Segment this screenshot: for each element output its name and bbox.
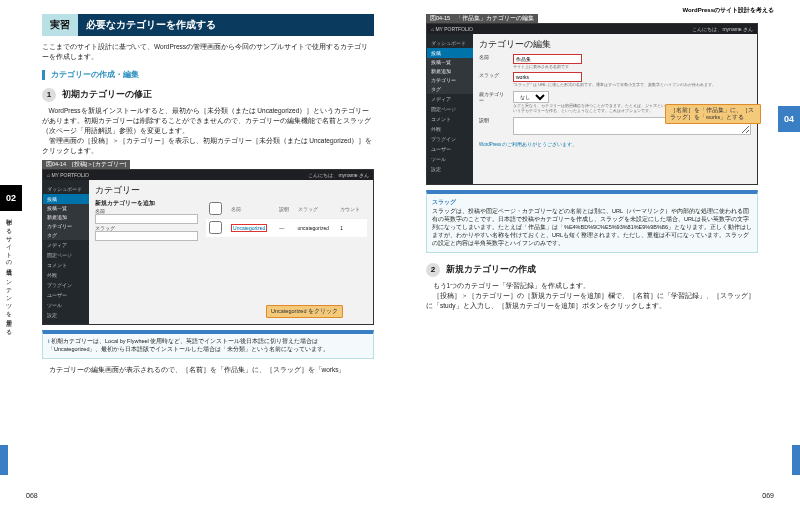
- wp-sidebar-b: ダッシュボード 投稿 投稿一覧 新規追加 カテゴリー タグ メディア 固定ページ…: [427, 34, 473, 184]
- figure-a-label: 図04-14 [投稿]＞[カテゴリー]: [42, 160, 130, 169]
- wp-menu-comments[interactable]: コメント: [43, 260, 89, 270]
- wp-menu-appearance[interactable]: 外観: [43, 270, 89, 280]
- wp-submenu-tag-b[interactable]: タグ: [427, 85, 473, 94]
- wp-col-count: カウント: [337, 200, 367, 219]
- wp-edit-heading: カテゴリーの編集: [479, 38, 751, 51]
- wp-main-heading: カテゴリー: [95, 184, 367, 197]
- step-1-body-1: WordPressを新規インストールすると、最初から［未分類（または Uncat…: [42, 106, 374, 136]
- wp-menu-settings[interactable]: 設定: [43, 310, 89, 320]
- wp-form-slug-label: スラッグ: [479, 72, 507, 78]
- wp-screenshot-a: ⌂ MY PORTFOLIO こんにちは、myname さん ダッシュボード 投…: [42, 169, 374, 325]
- intro-text: ここまでのサイト設計に基づいて、WordPressの管理画面から今回のサンプルサ…: [42, 42, 374, 62]
- wp-form-name-label: 名前: [479, 54, 507, 60]
- note-a-text: 初期カテゴリーは、Local by Flywheel 使用時など、英語でインスト…: [48, 338, 329, 352]
- after-shot-a: カテゴリーの編集画面が表示されるので、［名前］を「作品集」に、［スラッグ］を「w…: [42, 365, 374, 375]
- wp-submenu-category[interactable]: カテゴリー: [43, 222, 89, 231]
- callout-name-slug: ［名前］を「作品集」に、［スラッグ］を「works」とする: [665, 104, 761, 124]
- figure-b: 図04-15 「作品集」カテゴリーの編集 ⌂ MY PORTFOLIO こんにち…: [426, 14, 758, 185]
- wp-form-parent-select[interactable]: なし: [513, 91, 549, 103]
- left-page: 02 制作するサイトの構成・コンテンツを用意する 068 実習 必要なカテゴリー…: [0, 0, 400, 505]
- wp-form-name-hint: サイト上に表示される名前です: [513, 64, 751, 69]
- wp-col-slug: スラッグ: [295, 200, 338, 219]
- wp-menu-pages[interactable]: 固定ページ: [43, 250, 89, 260]
- wp-menu-settings-b[interactable]: 設定: [427, 164, 473, 174]
- side-vertical-title: 制作するサイトの構成・コンテンツを用意する: [4, 214, 13, 333]
- wp-submenu-new[interactable]: 新規追加: [43, 213, 89, 222]
- callout-click-uncategorized: Uncategorized をクリック: [266, 305, 343, 318]
- wp-screenshot-b: ⌂ MY PORTFOLIO こんにちは、myname さん ダッシュボード 投…: [426, 23, 758, 185]
- wp-menu-media[interactable]: メディア: [43, 240, 89, 250]
- blue-mark-left: [0, 445, 8, 475]
- wp-menu-posts[interactable]: 投稿: [43, 194, 89, 204]
- wp-submenu-tag[interactable]: タグ: [43, 231, 89, 240]
- wp-submenu-list-b[interactable]: 投稿一覧: [427, 58, 473, 67]
- wp-table-row[interactable]: Uncategorized — uncategorized 1: [206, 218, 367, 237]
- wp-row-slug: uncategorized: [295, 218, 338, 237]
- wp-menu-plugins[interactable]: プラグイン: [43, 280, 89, 290]
- figure-a: 図04-14 [投稿]＞[カテゴリー] ⌂ MY PORTFOLIO こんにちは…: [42, 160, 374, 325]
- wp-menu-comments-b[interactable]: コメント: [427, 114, 473, 124]
- wp-sidebar: ダッシュボード 投稿 投稿一覧 新規追加 カテゴリー タグ メディア 固定ページ…: [43, 180, 89, 324]
- wp-menu-tools-b[interactable]: ツール: [427, 154, 473, 164]
- wp-menu-posts-b[interactable]: 投稿: [427, 48, 473, 58]
- wp-topbar-right-b: こんにちは、myname さん: [692, 26, 753, 32]
- wp-form-name-input[interactable]: [513, 54, 582, 64]
- wp-category-table: 名前 説明 スラッグ カウント Uncategorized —: [206, 200, 367, 237]
- wp-menu-media-b[interactable]: メディア: [427, 94, 473, 104]
- slug-explainer-title: スラッグ: [432, 198, 752, 207]
- wp-footer: WordPress のご利用ありがとうございます。: [479, 142, 751, 147]
- chapter-tab-right: 04: [778, 106, 800, 132]
- wp-newcat-label: 新規カテゴリーを追加: [95, 200, 198, 207]
- step-number-1: 1: [42, 88, 56, 102]
- wp-table-checkall[interactable]: [209, 202, 222, 215]
- wp-row-name[interactable]: Uncategorized: [231, 224, 267, 232]
- wp-col-name: 名前: [228, 200, 276, 219]
- wp-form-parent-label: 親カテゴリー: [479, 91, 507, 103]
- wp-menu-appearance-b[interactable]: 外観: [427, 124, 473, 134]
- practice-heading: 実習 必要なカテゴリーを作成する: [42, 14, 374, 36]
- wp-topbar-left-b: ⌂ MY PORTFOLIO: [431, 26, 473, 32]
- step-2-title: 新規カテゴリーの作成: [446, 264, 536, 276]
- step-number-2: 2: [426, 263, 440, 277]
- right-page: WordPressのサイト設計を考える 04 069 図04-15 「作品集」カ…: [400, 0, 800, 505]
- wp-row-count: 1: [337, 218, 367, 237]
- wp-submenu-new-b[interactable]: 新規追加: [427, 67, 473, 76]
- step-2-heading: 2 新規カテゴリーの作成: [426, 263, 758, 277]
- wp-form-slug-hint: "スラッグ" は URL に適した形式の名前です。通常はすべて半角小文字で、英数…: [513, 82, 751, 87]
- note-a: i 初期カテゴリーは、Local by Flywheel 使用時など、英語でイン…: [42, 330, 374, 359]
- wp-col-desc: 説明: [276, 200, 294, 219]
- wp-form-desc-label: 説明: [479, 117, 507, 123]
- wp-submenu-list[interactable]: 投稿一覧: [43, 204, 89, 213]
- step-1-title: 初期カテゴリーの修正: [62, 89, 152, 101]
- wp-form-slug-input[interactable]: [513, 72, 582, 82]
- wp-menu-users[interactable]: ユーザー: [43, 290, 89, 300]
- wp-menu-plugins-b[interactable]: プラグイン: [427, 134, 473, 144]
- running-head: WordPressのサイト設計を考える: [682, 6, 774, 15]
- wp-newcat-slug-input[interactable]: [95, 231, 198, 241]
- wp-newcat-name-input[interactable]: [95, 214, 198, 224]
- practice-badge: 実習: [42, 14, 78, 36]
- wp-topbar-left: ⌂ MY PORTFOLIO: [47, 172, 89, 178]
- wp-topbar-right: こんにちは、myname さん: [308, 172, 369, 178]
- wp-menu-users-b[interactable]: ユーザー: [427, 144, 473, 154]
- wp-row-check[interactable]: [209, 221, 222, 234]
- slug-explainer: スラッグ スラッグは、投稿や固定ページ・カテゴリーなどの名前とは別に、URL（パ…: [426, 190, 758, 253]
- slug-explainer-body: スラッグは、投稿や固定ページ・カテゴリーなどの名前とは別に、URL（パーマリンク…: [432, 208, 752, 248]
- figure-b-label: 図04-15 「作品集」カテゴリーの編集: [426, 14, 538, 23]
- step-2-body-1: もう1つのカテゴリー「学習記録」を作成します。: [426, 281, 758, 291]
- page-number-right: 069: [762, 492, 774, 499]
- step-1-heading: 1 初期カテゴリーの修正: [42, 88, 374, 102]
- wp-menu-dashboard-b[interactable]: ダッシュボード: [427, 38, 473, 48]
- practice-title: 必要なカテゴリーを作成する: [78, 14, 374, 36]
- subsection-title: カテゴリーの作成・編集: [42, 70, 374, 80]
- wp-menu-dashboard[interactable]: ダッシュボード: [43, 184, 89, 194]
- wp-menu-tools[interactable]: ツール: [43, 300, 89, 310]
- chapter-tab-left: 02: [0, 185, 22, 211]
- wp-menu-pages-b[interactable]: 固定ページ: [427, 104, 473, 114]
- step-2-body-2: ［投稿］＞［カテゴリー］の［新規カテゴリーを追加］欄で、［名前］に「学習記録」、…: [426, 291, 758, 311]
- step-1-body-2: 管理画面の［投稿］＞［カテゴリー］を表示し、初期カテゴリー［未分類（または Un…: [42, 136, 374, 156]
- blue-mark-right: [792, 445, 800, 475]
- page-number-left: 068: [26, 492, 38, 499]
- wp-submenu-category-b[interactable]: カテゴリー: [427, 76, 473, 85]
